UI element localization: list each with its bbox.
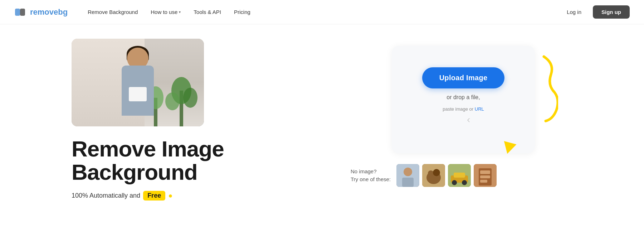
login-button[interactable]: Log in — [560, 6, 589, 18]
sample-thumb-3[interactable] — [448, 164, 471, 187]
url-link[interactable]: URL — [475, 106, 484, 112]
nav-how-to-use[interactable]: How to use ▾ — [145, 6, 186, 18]
chevron-down-icon: ▾ — [179, 10, 181, 14]
sample-images-section: No image? Try one of these: — [351, 164, 587, 187]
sample-animal-icon — [422, 164, 445, 187]
paste-text: paste image or URL — [443, 106, 484, 112]
man-pot — [129, 87, 147, 101]
no-image-text: No image? Try one of these: — [351, 168, 391, 184]
svg-rect-23 — [480, 170, 490, 174]
sample-object-icon — [474, 164, 497, 187]
photo-scene — [72, 39, 204, 126]
svg-rect-25 — [480, 180, 487, 183]
upload-image-button[interactable]: Upload Image — [422, 67, 505, 88]
svg-rect-11 — [402, 178, 414, 187]
logo-text: removebg — [30, 8, 68, 17]
svg-rect-2 — [20, 9, 25, 16]
nav-pricing[interactable]: Pricing — [228, 6, 256, 18]
svg-point-15 — [433, 169, 440, 176]
svg-point-10 — [404, 168, 412, 176]
sample-thumb-1[interactable] — [396, 164, 419, 187]
logo[interactable]: removebg — [14, 6, 68, 19]
navbar: removebg Remove Background How to use ▾ … — [0, 0, 644, 24]
svg-point-5 — [183, 88, 197, 108]
person-silhouette — [109, 44, 166, 126]
nav-links: Remove Background How to use ▾ Tools & A… — [82, 6, 560, 18]
svg-point-19 — [452, 180, 457, 185]
svg-rect-18 — [454, 173, 465, 178]
svg-point-20 — [462, 180, 467, 185]
yellow-dot-icon: ● — [168, 192, 172, 200]
free-badge: Free — [143, 191, 165, 201]
nav-remove-background[interactable]: Remove Background — [82, 6, 143, 18]
tagline: 100% Automatically and Free ● — [72, 191, 318, 201]
signup-button[interactable]: Sign up — [593, 5, 630, 19]
svg-rect-24 — [480, 175, 490, 178]
svg-rect-1 — [15, 9, 20, 16]
hero-image — [72, 39, 204, 126]
left-section: Remove Image Background 100% Automatical… — [72, 39, 318, 201]
main-content: Remove Image Background 100% Automatical… — [0, 24, 644, 201]
arrow-left-icon: ‹ — [467, 114, 470, 125]
right-section: ‹ Upload Image or drop a file, paste ima… — [340, 39, 587, 201]
nav-actions: Log in Sign up — [560, 5, 630, 19]
svg-point-14 — [428, 170, 434, 176]
drop-text: or drop a file, — [447, 94, 480, 101]
logo-icon — [14, 6, 27, 19]
sample-thumb-2[interactable] — [422, 164, 445, 187]
sample-thumb-4[interactable] — [474, 164, 497, 187]
sample-car-icon — [448, 164, 471, 187]
upload-dropzone[interactable]: Upload Image or drop a file, paste image… — [392, 46, 535, 153]
nav-tools-api[interactable]: Tools & API — [188, 6, 227, 18]
plant-right-icon — [165, 62, 197, 126]
sample-thumbnails — [396, 164, 497, 187]
sample-person-icon — [396, 164, 419, 187]
hero-heading: Remove Image Background — [72, 137, 318, 184]
